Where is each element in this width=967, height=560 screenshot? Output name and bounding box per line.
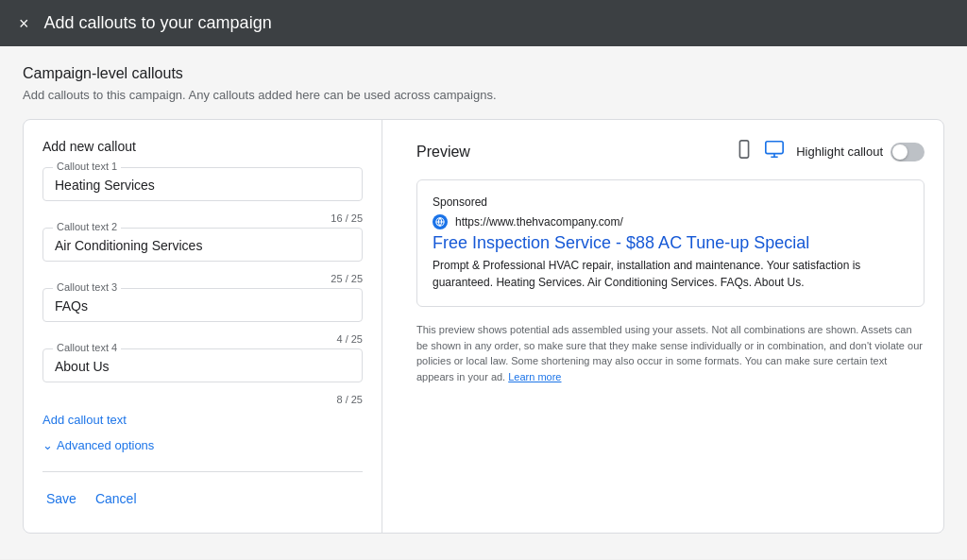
ad-url: https://www.thehvacompany.com/	[455, 215, 623, 229]
chevron-down-icon: ⌄	[42, 438, 53, 452]
mobile-device-icon[interactable]	[734, 139, 755, 164]
desktop-device-icon[interactable]	[764, 139, 785, 164]
learn-more-link[interactable]: Learn more	[508, 371, 561, 382]
add-callout-link[interactable]: Add callout text	[42, 413, 363, 427]
callout-input-1[interactable]	[55, 176, 350, 195]
device-icons	[734, 139, 785, 164]
char-count-4: 4 / 25	[336, 333, 363, 345]
callout-input-3[interactable]	[55, 297, 350, 315]
ad-description: Prompt & Professional HVAC repair, insta…	[433, 257, 908, 291]
right-panel: Preview	[398, 120, 943, 533]
add-new-callout-label: Add new callout	[42, 139, 363, 154]
ad-preview-box: Sponsored https://www.thehvacompany.com/…	[416, 179, 925, 307]
callout-label-3: Callout text 3	[53, 281, 121, 293]
advanced-options-toggle[interactable]: ⌄ Advanced options	[42, 438, 363, 452]
callout-field-1: Callout text 1	[42, 167, 363, 201]
highlight-callout-toggle[interactable]	[891, 143, 925, 161]
preview-label: Preview	[416, 144, 722, 161]
svg-rect-0	[740, 141, 749, 158]
content-area: Add new callout Callout text 1 16 / 25 C…	[23, 119, 944, 534]
advanced-options-label: Advanced options	[57, 438, 154, 452]
last-char-count: 8 / 25	[336, 394, 363, 405]
highlight-callout-label: Highlight callout	[796, 144, 883, 159]
ad-headline[interactable]: Free Inspection Service - $88 AC Tune-up…	[433, 233, 908, 253]
char-count-2: 16 / 25	[331, 212, 363, 224]
callout-label-1: Callout text 1	[53, 161, 121, 172]
cancel-button[interactable]: Cancel	[92, 484, 141, 514]
svg-rect-2	[766, 142, 783, 154]
callout-field-2: 16 / 25 Callout text 2	[42, 212, 363, 262]
callout-label-4: Callout text 4	[53, 342, 121, 353]
modal-title: Add callouts to your campaign	[44, 13, 272, 33]
section-title: Campaign-level callouts	[23, 65, 944, 82]
callout-field-3: 25 / 25 Callout text 3	[42, 273, 363, 322]
modal-header: × Add callouts to your campaign	[0, 0, 967, 46]
preview-header: Preview	[416, 139, 925, 164]
section-description: Add callouts to this campaign. Any callo…	[23, 88, 944, 102]
callout-field-4: 4 / 25 Callout text 4	[42, 333, 363, 382]
save-button[interactable]: Save	[42, 484, 80, 514]
footer-buttons: Save Cancel	[42, 471, 363, 514]
callout-input-2[interactable]	[55, 236, 350, 255]
callout-label-2: Callout text 2	[53, 221, 121, 232]
url-row: https://www.thehvacompany.com/	[433, 214, 908, 229]
close-icon[interactable]: ×	[19, 15, 29, 32]
preview-note: This preview shows potential ads assembl…	[416, 322, 925, 384]
callout-input-4[interactable]	[55, 357, 350, 376]
left-panel: Add new callout Callout text 1 16 / 25 C…	[24, 120, 382, 533]
char-count-3: 25 / 25	[331, 273, 363, 284]
website-icon	[433, 214, 448, 229]
highlight-callout-section: Highlight callout	[796, 143, 925, 161]
modal-body: Campaign-level callouts Add callouts to …	[0, 46, 967, 559]
preview-note-text: This preview shows potential ads assembl…	[416, 324, 923, 382]
sponsored-label: Sponsored	[433, 195, 908, 209]
